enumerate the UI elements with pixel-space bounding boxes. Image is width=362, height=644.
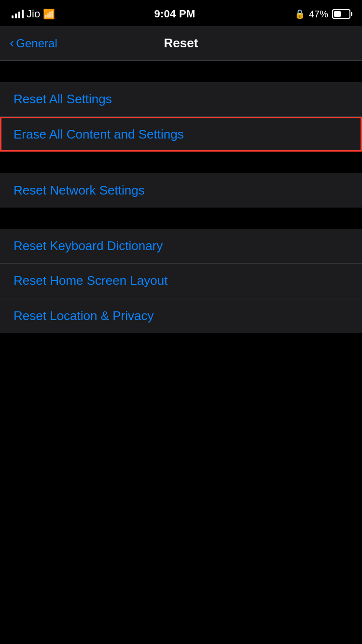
carrier-name: Jio — [27, 8, 40, 20]
reset-all-settings-label: Reset All Settings — [14, 92, 112, 107]
reset-location-privacy-label: Reset Location & Privacy — [14, 308, 153, 323]
status-bar: Jio 📶 9:04 PM 🔒 47% — [0, 0, 362, 26]
wifi-icon: 📶 — [43, 8, 55, 20]
reset-home-screen-layout-label: Reset Home Screen Layout — [14, 273, 167, 288]
section-2: Reset Network Settings — [0, 173, 362, 208]
nav-bar: ‹ General Reset — [0, 26, 362, 61]
status-right: 🔒 47% — [294, 9, 350, 20]
page-title: Reset — [164, 36, 198, 51]
signal-bars-icon — [12, 10, 24, 18]
reset-keyboard-dictionary-item[interactable]: Reset Keyboard Dictionary — [0, 229, 362, 264]
section-gap-2 — [0, 152, 362, 173]
reset-all-settings-item[interactable]: Reset All Settings — [0, 82, 362, 117]
erase-all-content-item[interactable]: Erase All Content and Settings — [0, 117, 362, 152]
back-label[interactable]: General — [16, 37, 57, 50]
reset-home-screen-layout-item[interactable]: Reset Home Screen Layout — [0, 264, 362, 298]
status-left: Jio 📶 — [12, 8, 55, 20]
section-3: Reset Keyboard Dictionary Reset Home Scr… — [0, 229, 362, 333]
battery-fill — [334, 11, 341, 17]
lock-icon: 🔒 — [294, 9, 305, 19]
section-gap-3 — [0, 208, 362, 229]
erase-all-content-label: Erase All Content and Settings — [14, 127, 184, 142]
reset-location-privacy-item[interactable]: Reset Location & Privacy — [0, 298, 362, 333]
section-1: Reset All Settings Erase All Content and… — [0, 82, 362, 152]
battery-percent: 47% — [309, 9, 328, 20]
reset-network-settings-item[interactable]: Reset Network Settings — [0, 173, 362, 208]
reset-network-settings-label: Reset Network Settings — [14, 183, 145, 198]
bottom-area — [0, 333, 362, 526]
back-button[interactable]: ‹ General — [10, 37, 57, 50]
battery-icon — [332, 9, 350, 19]
back-chevron-icon: ‹ — [10, 36, 14, 50]
status-time: 9:04 PM — [154, 8, 195, 20]
section-gap-1 — [0, 61, 362, 82]
reset-keyboard-dictionary-label: Reset Keyboard Dictionary — [14, 238, 163, 253]
